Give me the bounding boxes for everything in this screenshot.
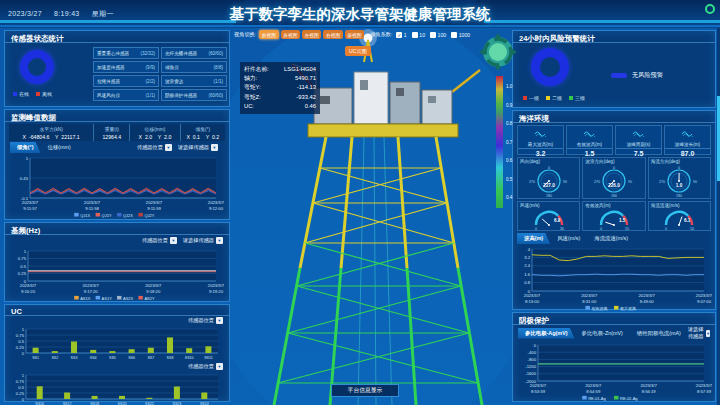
peak-stat-value: X -64804.6 Y 22117.1	[9, 134, 93, 140]
svg-text:0.75: 0.75	[16, 379, 25, 384]
select-dropdown[interactable]: 请选择传感器▾	[178, 144, 218, 151]
svg-text:30: 30	[560, 227, 564, 231]
svg-text:SS20: SS20	[118, 402, 127, 405]
select-dropdown[interactable]: 传感器位置▾	[188, 317, 223, 324]
member-info-key: UC:	[244, 102, 254, 111]
sensor-item: 风速风向仪(1/1)	[93, 89, 159, 101]
checkbox-icon	[451, 32, 457, 38]
sensor-item: 拉绳传感器(2/2)	[93, 75, 159, 87]
chevron-down-icon: ▾	[216, 237, 223, 244]
legend-label: 离线	[42, 91, 52, 97]
view-button[interactable]: 前视图	[259, 30, 278, 39]
colorbar-label: 0.6	[506, 158, 512, 163]
svg-text:SS24: SS24	[200, 402, 209, 405]
svg-text:180: 180	[546, 194, 552, 198]
checkbox-icon	[412, 32, 418, 38]
header-accent-right	[484, 20, 720, 23]
header-line	[0, 25, 720, 27]
svg-text:RE-01-Ag: RE-01-Ag	[588, 396, 606, 401]
view-button[interactable]: 右视图	[323, 30, 342, 39]
header-accent-left	[0, 20, 236, 23]
platform-info-button[interactable]: 平台信息显示	[331, 384, 399, 397]
tab[interactable]: 位移(mm)	[41, 142, 78, 153]
uc-cloud-button[interactable]: UC云图	[345, 46, 371, 56]
ocean-environment-panel: 海洋环境 最大波高(m)3.2有效波高(m)1.5波峰周期(s)7.5波峰波长(…	[512, 110, 716, 310]
svg-text:270: 270	[594, 180, 600, 184]
legend-swatch	[546, 96, 550, 100]
tab[interactable]: 波高(m)	[517, 233, 550, 244]
coef-option[interactable]: 10	[412, 32, 425, 38]
peak-stat-label: 重量(t)	[94, 126, 129, 132]
sensor-name: 波浪雷达	[165, 79, 183, 84]
svg-text:SS10: SS10	[185, 356, 194, 360]
base-frequency-panel: 基频(Hz) 传感器位置▾请选择传感器▾ 00.250.50.7512023/3…	[4, 222, 230, 302]
coef-option[interactable]: 100	[430, 32, 446, 38]
checkbox-icon: ✓	[396, 32, 402, 38]
tab[interactable]: 参比电极-Zn(mV)	[575, 328, 630, 339]
svg-text:SS3: SS3	[71, 356, 78, 360]
freq-chart: 00.250.50.7512023/3/79:16:202023/3/79:17…	[10, 247, 224, 301]
select-dropdown[interactable]: 请选择传感器▾	[183, 237, 223, 244]
coef-value: 1	[404, 32, 407, 38]
view-button[interactable]: 俯视图	[345, 30, 364, 39]
svg-text:270: 270	[659, 180, 665, 184]
tab[interactable]: 海流流速(m/s)	[587, 233, 635, 244]
view-button[interactable]: 左视图	[302, 30, 321, 39]
cp-tabs: 参比电极-Ag(mV)参比电极-Zn(mV)牺牲阳极电流(mA)	[518, 328, 688, 339]
stat-value: 7.5	[616, 148, 661, 157]
ocean-stat-tile: 最大波高(m)3.2	[517, 125, 564, 155]
freq-panel-title: 基频(Hz)	[5, 223, 229, 235]
coef-option[interactable]: 1000	[451, 32, 470, 38]
tab[interactable]: 风速(m/s)	[550, 233, 587, 244]
legend-label: 二级	[552, 95, 562, 101]
select-dropdown[interactable]: 传感器位置▾	[142, 237, 177, 244]
member-info-value: -114.13	[297, 83, 316, 92]
svg-text:-1600: -1600	[525, 371, 536, 376]
svg-text:AS1Y: AS1Y	[102, 296, 113, 301]
svg-text:0: 0	[600, 227, 602, 231]
svg-text:3.2: 3.2	[524, 255, 530, 260]
svg-text:0: 0	[535, 227, 537, 231]
svg-text:SS6: SS6	[128, 356, 135, 360]
legend-swatch	[569, 96, 573, 100]
dropdown-label: 请选择传感器	[688, 326, 704, 340]
risk-levels: 一级二级三级	[523, 95, 585, 101]
peak-stat-value: 12964.4	[94, 134, 129, 140]
select-dropdown[interactable]: 请选择传感器▾	[688, 326, 710, 340]
ocean-tabs: 波高(m)风速(m/s)海流流速(m/s)	[517, 233, 711, 244]
svg-text:1: 1	[22, 327, 25, 332]
tab[interactable]: 参比电极-Ag(mV)	[518, 328, 575, 339]
compass-rose-icon[interactable]	[476, 28, 520, 74]
coef-option[interactable]: ✓1	[396, 32, 406, 38]
member-info-row: 杆件名称:LSG1-HG04	[244, 65, 316, 74]
tab[interactable]: 倾角(°)	[10, 142, 41, 153]
stat-value: 87.0	[665, 148, 710, 157]
wave-icon	[681, 123, 695, 141]
svg-text:SS4: SS4	[90, 356, 97, 360]
chevron-down-icon: ▾	[216, 317, 223, 324]
svg-text:0.5: 0.5	[18, 339, 24, 344]
sensor-item: 重量重心传感器(32/32)	[93, 47, 159, 59]
no-risk-label: 无风险预警	[632, 71, 663, 80]
legend-item: 离线	[36, 91, 52, 97]
stat-value: 3.2	[518, 148, 563, 157]
svg-text:0.8: 0.8	[524, 280, 530, 285]
svg-text:0: 0	[665, 227, 667, 231]
sensor-name: 倾角仪	[165, 65, 179, 70]
sensor-count: (60/60)	[208, 93, 223, 98]
select-dropdown[interactable]: 传感器位置▾	[188, 363, 223, 370]
svg-text:AS2Y: AS2Y	[144, 296, 155, 301]
freq-dd: 传感器位置▾请选择传感器▾	[5, 235, 229, 246]
svg-text:SS16: SS16	[35, 402, 44, 405]
dropdown-label: 请选择传感器	[183, 237, 214, 244]
coef-value: 1000	[459, 32, 471, 38]
tab[interactable]: 牺牲阳极电流(mA)	[630, 328, 688, 339]
view-button[interactable]: 后视图	[281, 30, 300, 39]
member-info-value: -933.42	[296, 93, 316, 102]
svg-text:0.25: 0.25	[16, 345, 25, 350]
uc-colorbar	[496, 76, 503, 208]
status-icon[interactable]	[705, 4, 715, 14]
cp-chart: 0-400-800-1200-1600-20002023/3/78:53:392…	[516, 341, 712, 401]
select-dropdown[interactable]: 传感器位置▾	[137, 144, 172, 151]
peak-stat: 重量(t)12964.4	[94, 124, 130, 141]
